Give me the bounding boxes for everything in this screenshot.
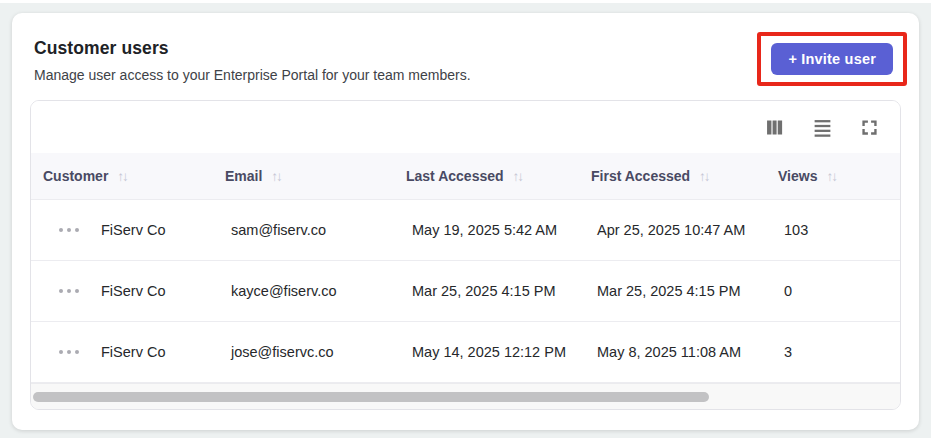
column-header-first-accessed[interactable]: First Accessed↑↓ <box>589 153 776 199</box>
column-label: Views <box>778 168 817 184</box>
horizontal-scrollbar-thumb[interactable] <box>33 392 709 402</box>
customer-users-table: Customer↑↓ Email↑↓ Last Accessed↑↓ First… <box>31 153 900 383</box>
views-cell: 103 <box>776 199 900 260</box>
views-cell: 3 <box>776 321 900 382</box>
more-horizontal-icon <box>58 348 80 356</box>
card-header: Customer users Manage user access to you… <box>12 13 919 83</box>
table-row: FiServ Co kayce@fiserv.co Mar 25, 2025 4… <box>31 260 900 321</box>
more-horizontal-icon <box>58 226 80 234</box>
column-header-views[interactable]: Views↑↓ <box>776 153 900 199</box>
last-accessed-cell: May 19, 2025 5:42 AM <box>404 199 589 260</box>
toggle-fullscreen-button[interactable] <box>858 116 881 139</box>
horizontal-scrollbar-track[interactable] <box>31 383 900 409</box>
last-accessed-cell: May 14, 2025 12:12 PM <box>404 321 589 382</box>
sort-icon[interactable]: ↑↓ <box>699 169 709 184</box>
first-accessed-cell: Apr 25, 2025 10:47 AM <box>589 199 776 260</box>
column-header-customer[interactable]: Customer↑↓ <box>31 153 223 199</box>
column-label: Customer <box>43 168 108 184</box>
customer-name: FiServ Co <box>101 222 165 238</box>
column-label: Email <box>225 168 262 184</box>
sort-icon[interactable]: ↑↓ <box>117 169 127 184</box>
table-toolbar <box>31 101 900 153</box>
toggle-density-button[interactable] <box>810 115 835 140</box>
fullscreen-icon <box>860 118 879 137</box>
more-horizontal-icon <box>58 287 80 295</box>
views-cell: 0 <box>776 260 900 321</box>
customer-name: FiServ Co <box>101 344 165 360</box>
column-header-last-accessed[interactable]: Last Accessed↑↓ <box>404 153 589 199</box>
row-actions-button[interactable] <box>58 287 80 295</box>
annotation-highlight: + Invite user <box>757 32 907 86</box>
invite-user-button[interactable]: + Invite user <box>771 43 893 75</box>
email-cell: kayce@fiserv.co <box>223 260 404 321</box>
show-hide-columns-button[interactable] <box>762 115 787 140</box>
customer-cell: FiServ Co <box>31 199 223 260</box>
email-cell: sam@fiserv.co <box>223 199 404 260</box>
table-header-row: Customer↑↓ Email↑↓ Last Accessed↑↓ First… <box>31 153 900 199</box>
users-table-container: Customer↑↓ Email↑↓ Last Accessed↑↓ First… <box>30 100 901 410</box>
table-row: FiServ Co jose@fiservc.co May 14, 2025 1… <box>31 321 900 382</box>
columns-icon <box>764 117 785 138</box>
last-accessed-cell: Mar 25, 2025 4:15 PM <box>404 260 589 321</box>
sort-icon[interactable]: ↑↓ <box>271 169 281 184</box>
table-row: FiServ Co sam@fiserv.co May 19, 2025 5:4… <box>31 199 900 260</box>
email-cell: jose@fiservc.co <box>223 321 404 382</box>
customer-cell: FiServ Co <box>31 260 223 321</box>
customer-cell: FiServ Co <box>31 321 223 382</box>
first-accessed-cell: May 8, 2025 11:08 AM <box>589 321 776 382</box>
column-label: First Accessed <box>591 168 690 184</box>
sort-icon[interactable]: ↑↓ <box>513 169 523 184</box>
column-header-email[interactable]: Email↑↓ <box>223 153 404 199</box>
sort-icon[interactable]: ↑↓ <box>826 169 836 184</box>
customer-name: FiServ Co <box>101 283 165 299</box>
column-label: Last Accessed <box>406 168 504 184</box>
density-lines-icon <box>812 117 833 138</box>
page-top-strip <box>0 0 931 3</box>
customer-users-card: Customer users Manage user access to you… <box>12 13 919 430</box>
first-accessed-cell: Mar 25, 2025 4:15 PM <box>589 260 776 321</box>
row-actions-button[interactable] <box>58 226 80 234</box>
row-actions-button[interactable] <box>58 348 80 356</box>
